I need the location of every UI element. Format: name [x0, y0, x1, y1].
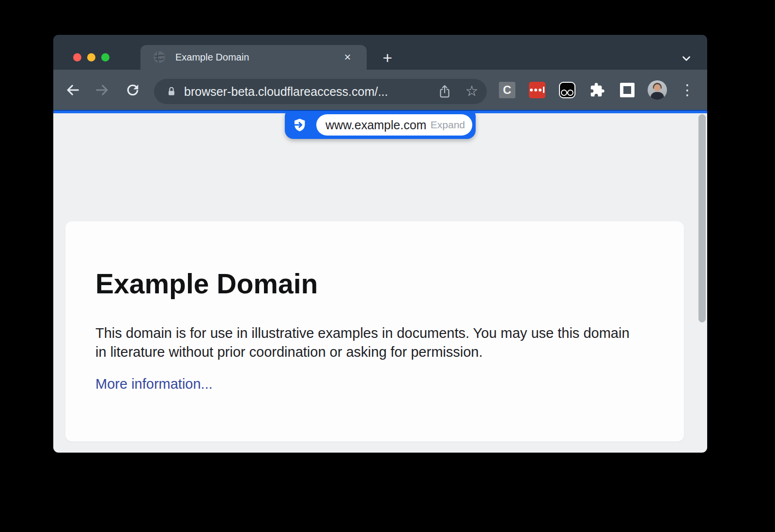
address-bar[interactable]: browser-beta.cloudflareaccess.com/... ☆ [154, 79, 487, 104]
isolation-pill[interactable]: www.example.com Expand [285, 111, 476, 139]
tab-strip: Example Domain × + [53, 35, 707, 70]
extension-c-button[interactable]: C [492, 70, 522, 110]
square-frame-icon [620, 83, 635, 97]
tab-example-domain[interactable]: Example Domain × [140, 45, 367, 70]
lastpass-dots-icon [529, 82, 545, 98]
page-viewport: Example Domain This domain is for use in… [53, 113, 707, 453]
extension-circles-button[interactable] [552, 70, 582, 110]
bookmark-star-icon[interactable]: ☆ [465, 84, 479, 98]
browser-menu-button[interactable]: ⋮ [672, 70, 702, 110]
scrollbar-thumb[interactable] [698, 114, 706, 322]
url-text[interactable]: browser-beta.cloudflareaccess.com/... [184, 79, 388, 104]
profile-button[interactable] [642, 70, 672, 110]
tab-title: Example Domain [175, 45, 249, 70]
lock-icon[interactable] [166, 86, 177, 97]
isolation-domain-pill: www.example.com Expand [316, 114, 472, 136]
shield-arrow-icon [292, 117, 307, 133]
share-icon[interactable] [437, 84, 452, 99]
side-panel-button[interactable] [612, 70, 642, 110]
content-card: Example Domain This domain is for use in… [65, 221, 684, 441]
extension-c-icon: C [499, 82, 515, 98]
traffic-light-minimize[interactable] [87, 53, 95, 61]
page-paragraph: This domain is for use in illustrative e… [95, 324, 638, 362]
reload-button[interactable] [124, 82, 141, 98]
extension-lastpass-button[interactable] [522, 70, 552, 110]
traffic-light-zoom[interactable] [101, 53, 109, 61]
traffic-light-close[interactable] [73, 53, 81, 61]
screenshot-root: Example Domain × + [0, 0, 775, 532]
three-dot-menu-icon: ⋮ [680, 83, 695, 97]
extensions-menu-button[interactable] [582, 70, 612, 110]
more-information-link[interactable]: More information... [95, 376, 213, 392]
tab-close-icon[interactable]: × [341, 51, 354, 64]
isolated-domain-text: www.example.com [326, 118, 426, 132]
toolbar: browser-beta.cloudflareaccess.com/... ☆ … [53, 70, 707, 110]
browser-window: Example Domain × + [53, 35, 707, 453]
puzzle-piece-icon [589, 82, 605, 98]
profile-avatar [648, 80, 667, 100]
extensions-row: C [492, 70, 702, 110]
expand-button[interactable]: Expand [431, 119, 465, 131]
tab-search-chevron-icon[interactable] [679, 52, 694, 65]
forward-button[interactable] [94, 82, 110, 98]
new-tab-button[interactable]: + [379, 49, 396, 67]
two-circles-icon [559, 82, 575, 98]
back-button[interactable] [64, 82, 81, 98]
page-heading: Example Domain [95, 270, 318, 299]
globe-favicon-icon [153, 51, 166, 63]
